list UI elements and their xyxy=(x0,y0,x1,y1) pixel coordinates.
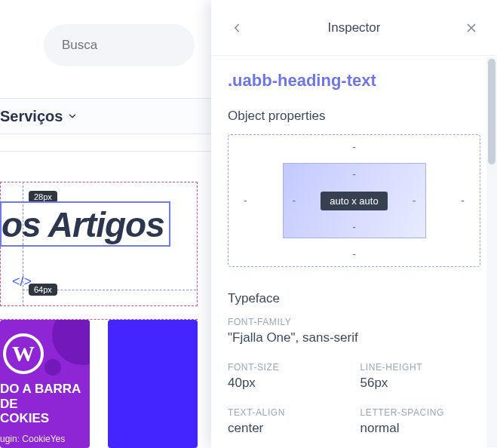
page-preview: Serviços 28px os Artigos </> 64px W DO A… xyxy=(0,0,211,448)
prop-label: FONT-FAMILY xyxy=(228,317,480,327)
prop-value: normal xyxy=(360,421,481,436)
selector-name: .uabb-heading-text xyxy=(228,71,480,91)
margin-left-value: - xyxy=(244,195,247,207)
card-row: W DO A BARRA DE COKIES ugin: CookieYes xyxy=(0,319,198,448)
inspector-header: Inspector xyxy=(211,0,497,56)
card-subtitle: ugin: CookieYes xyxy=(0,434,90,444)
prop-font-family: FONT-FAMILY "Fjalla One", sans-serif xyxy=(228,317,480,345)
article-card-1[interactable]: W DO A BARRA DE COKIES ugin: CookieYes xyxy=(0,320,90,448)
content-size-value: auto x auto xyxy=(321,192,387,210)
card-title-line: COKIES xyxy=(0,411,90,426)
scrollbar-thumb[interactable] xyxy=(488,59,495,164)
prop-value: 40px xyxy=(228,376,348,391)
article-card-2[interactable] xyxy=(108,320,198,448)
chevron-down-icon xyxy=(67,111,78,121)
card-decor xyxy=(44,359,61,376)
prop-label: FONT-SIZE xyxy=(228,362,348,373)
selected-heading-wrap: os Artigos xyxy=(0,201,170,247)
search-input[interactable] xyxy=(62,38,176,53)
inspector-title: Inspector xyxy=(328,20,381,35)
inspector-body: .uabb-heading-text Object properties - -… xyxy=(211,56,497,448)
prop-text-align: TEXT-ALIGN center xyxy=(228,407,348,436)
box-model-diagram[interactable]: - - - - - - - - auto x auto xyxy=(228,134,480,267)
padding-left-value: - xyxy=(293,195,296,207)
wordpress-logo-icon: W xyxy=(3,333,44,374)
padding-right-value: - xyxy=(413,195,416,207)
logo-letter: W xyxy=(12,341,35,367)
prop-label: LINE-HEIGHT xyxy=(360,362,481,373)
margin-top-value: - xyxy=(352,141,356,153)
padding-top-value: - xyxy=(352,168,356,180)
search-box[interactable] xyxy=(44,24,195,66)
prop-value: "Fjalla One", sans-serif xyxy=(228,330,480,345)
back-button[interactable] xyxy=(228,19,246,37)
nav-bar: Serviços xyxy=(0,98,211,134)
selected-heading-text: os Artigos xyxy=(2,205,164,244)
chevron-left-icon xyxy=(230,21,244,35)
nav-item-label: Serviços xyxy=(0,108,63,125)
padding-box: - - - - auto x auto xyxy=(283,163,426,238)
prop-letter-spacing: LETTER-SPACING normal xyxy=(360,407,481,436)
card-title-line: DO A BARRA DE xyxy=(0,382,90,411)
margin-right-value: - xyxy=(461,195,465,207)
close-button[interactable] xyxy=(462,19,480,37)
prop-value: center xyxy=(228,421,348,436)
selection-box[interactable]: os Artigos xyxy=(0,201,170,247)
spacing-badge-bottom: 64px xyxy=(29,284,57,296)
typeface-properties: FONT-FAMILY "Fjalla One", sans-serif FON… xyxy=(228,317,480,436)
nav-item-servicos[interactable]: Serviços xyxy=(0,108,78,125)
section-title-object: Object properties xyxy=(228,109,480,124)
card-title: DO A BARRA DE COKIES xyxy=(0,382,90,426)
card-decor xyxy=(52,320,90,365)
prop-label: TEXT-ALIGN xyxy=(228,407,348,418)
design-canvas[interactable]: 28px os Artigos </> 64px W DO A BARRA DE… xyxy=(0,151,211,448)
section-title-typeface: Typeface xyxy=(228,291,480,306)
close-icon xyxy=(465,21,478,35)
prop-value: 56px xyxy=(360,376,481,391)
prop-label: LETTER-SPACING xyxy=(360,407,481,418)
prop-line-height: LINE-HEIGHT 56px xyxy=(360,362,481,391)
prop-font-size: FONT-SIZE 40px xyxy=(228,362,348,391)
inspector-panel: Inspector .uabb-heading-text Object prop… xyxy=(211,0,497,448)
padding-bottom-value: - xyxy=(352,221,356,233)
margin-bottom-value: - xyxy=(352,248,356,260)
